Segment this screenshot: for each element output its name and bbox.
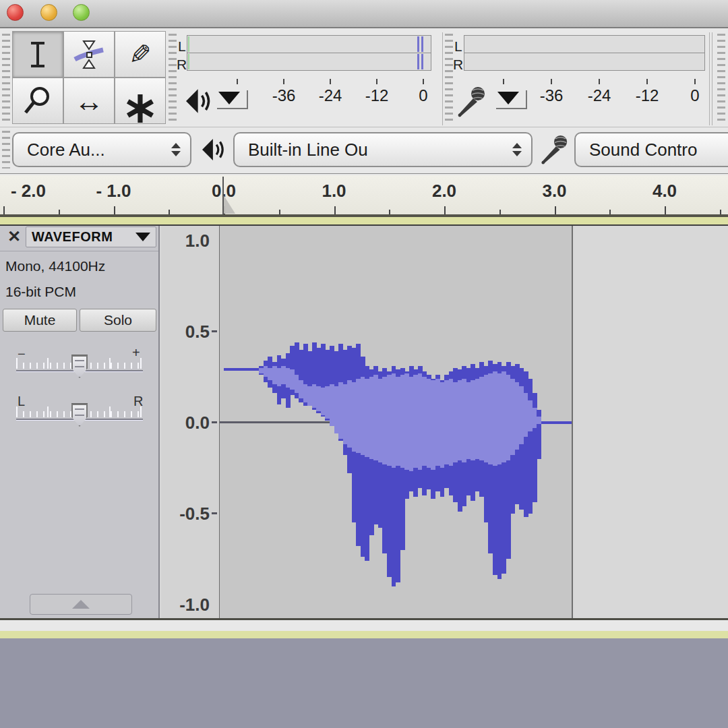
pan-right-label: R (133, 394, 143, 408)
window-close-button[interactable] (7, 4, 24, 21)
mute-button[interactable]: Mute (3, 309, 77, 332)
playback-meter-right-label: R (177, 57, 187, 71)
input-device-select[interactable]: Sound Contro (574, 132, 728, 167)
meter-scale-tick (237, 79, 238, 84)
playhead-cursor-line (222, 177, 224, 214)
timeline-tick (444, 206, 446, 214)
recording-meter-dropdown[interactable] (496, 90, 527, 109)
amplitude-ruler-label: 1.0 (185, 232, 210, 249)
timeline-tick (609, 210, 611, 214)
waveform[interactable] (220, 226, 572, 618)
workspace-strip (0, 217, 728, 224)
gain-slider-thumb[interactable] (71, 355, 88, 378)
toolbar-separator (709, 32, 710, 125)
toolbar-row-divider (0, 127, 728, 127)
meter-scale-tick (646, 79, 648, 84)
input-device-value: Sound Contro (589, 140, 697, 160)
asterisk-icon: ∗ (122, 86, 158, 129)
pan-slider-thumb[interactable] (71, 403, 88, 427)
magnifier-icon (22, 86, 53, 117)
multi-tool-button[interactable]: ∗ (115, 78, 166, 124)
ibeam-icon (23, 40, 53, 69)
timeline-tick (555, 206, 556, 214)
meter-zero-mark (188, 54, 189, 69)
timeline-tick (3, 206, 5, 214)
window-minimize-button[interactable] (40, 4, 57, 21)
window-zoom-button[interactable] (73, 4, 90, 21)
meter-scale-tick (423, 79, 424, 84)
chevron-down-icon (497, 92, 519, 104)
recording-meter-left-bar[interactable] (464, 35, 705, 53)
solo-button[interactable]: Solo (80, 309, 156, 332)
meter-scale-label: -12 (365, 86, 389, 105)
track-collapse-button[interactable] (30, 594, 132, 615)
recording-meter-right-label: R (453, 57, 463, 71)
toolbar-separator (442, 32, 443, 125)
timeline-tick (114, 206, 115, 214)
speaker-icon (186, 88, 213, 115)
clip-right-edge (572, 226, 573, 618)
chevron-down-icon (218, 92, 240, 104)
track-title-menu[interactable]: WAVEFORM (26, 226, 156, 247)
audio-host-select[interactable]: Core Au... (12, 132, 191, 167)
pan-left-label: L (18, 394, 25, 408)
amplitude-ruler-label: 0.5 (185, 323, 210, 340)
timeline-label: - 1.0 (96, 181, 131, 202)
track-close-button[interactable]: ✕ (4, 226, 24, 247)
meter-scale-label: 0 (419, 86, 427, 105)
output-device-value: Built-in Line Ou (248, 140, 368, 160)
combo-spinner-icon (512, 143, 522, 156)
meter-scale-label: -24 (319, 86, 342, 105)
track-bitdepth-info: 16-bit PCM (5, 284, 76, 300)
toolbar-area: ✎ ↔ ∗ L R (0, 28, 728, 175)
device-toolbar-grip[interactable] (2, 131, 10, 169)
playback-meter-grip[interactable] (169, 34, 177, 124)
recording-meter-right-bar[interactable] (464, 53, 705, 71)
meter-scale-label: -36 (540, 86, 564, 105)
output-device-select[interactable]: Built-in Line Ou (233, 132, 533, 167)
meter-scale-label: -36 (272, 86, 296, 105)
timeline-label: 4.0 (653, 181, 677, 202)
zoom-tool-button[interactable] (12, 78, 63, 124)
recording-meter-left-label: L (454, 39, 462, 53)
playback-meter-left-bar[interactable] (187, 35, 431, 53)
microphone-icon (539, 133, 569, 166)
timeline-tick (389, 210, 390, 214)
meter-scale-label: -24 (588, 86, 611, 105)
timeline-tick (279, 210, 280, 214)
playback-peak-indicator (421, 54, 423, 69)
timeline-tick (720, 210, 721, 214)
track-format-info: Mono, 44100Hz (5, 258, 105, 274)
timeline-label: 3.0 (542, 181, 566, 202)
draw-tool-button[interactable]: ✎ (115, 31, 166, 78)
timeshift-tool-button[interactable]: ↔ (63, 78, 115, 124)
meter-scale-label: -12 (636, 86, 659, 105)
audio-host-value: Core Au... (27, 140, 105, 160)
recording-meter-grip[interactable] (445, 34, 453, 124)
amplitude-ruler-tick (212, 330, 217, 332)
timeline-label: 2.0 (432, 181, 456, 202)
playback-meter-dropdown[interactable] (217, 90, 248, 109)
timeline-label: 1.0 (322, 181, 346, 202)
playback-meter-right-bar[interactable] (187, 53, 431, 71)
next-toolbar-grip[interactable] (717, 34, 725, 124)
selection-tool-button[interactable] (12, 31, 63, 78)
tools-toolbar-grip[interactable] (2, 34, 10, 124)
collapse-up-icon (72, 600, 90, 609)
playback-peak-indicator (417, 36, 419, 52)
audio-track: ✕ WAVEFORM Mono, 44100Hz 16-bit PCM Mute… (0, 224, 728, 620)
timeline-tick (499, 210, 501, 214)
meter-scale-tick (283, 79, 284, 84)
envelope-tool-button[interactable] (63, 31, 115, 78)
toolbar-bottom-border (0, 173, 728, 174)
chevron-down-icon (135, 233, 150, 241)
workspace-background (0, 638, 728, 728)
envelope-icon (73, 38, 105, 71)
meter-scale-tick (330, 79, 331, 84)
amplitude-ruler[interactable]: 1.00.50.0-0.5-1.0 (161, 226, 220, 618)
meter-scale-tick (551, 79, 552, 84)
combo-spinner-icon (171, 143, 181, 156)
window-titlebar (0, 0, 728, 28)
timeline-ruler[interactable]: - 2.0- 1.00.01.02.03.04.0 (0, 175, 728, 217)
amplitude-ruler-label: 0.0 (185, 414, 210, 431)
